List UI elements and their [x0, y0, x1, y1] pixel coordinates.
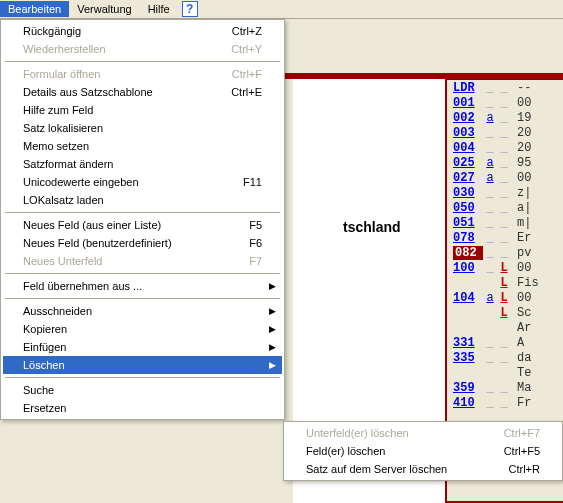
menu-item-shortcut: Ctrl+F: [232, 68, 262, 80]
menu-item[interactable]: Löschen▶: [3, 356, 282, 374]
field-value: Ma: [517, 381, 531, 395]
menu-item-label: Unicodewerte eingeben: [23, 176, 223, 188]
field-indicator-2: L: [497, 306, 511, 320]
menu-item-shortcut: F7: [249, 255, 262, 267]
help-icon[interactable]: ?: [182, 1, 198, 17]
menubar-item-verwaltung[interactable]: Verwaltung: [69, 1, 139, 17]
menu-item[interactable]: Ersetzen: [3, 399, 282, 417]
field-tag: 051: [453, 216, 483, 230]
menu-item[interactable]: Einfügen▶: [3, 338, 282, 356]
menu-item[interactable]: Unicodewerte eingebenF11: [3, 173, 282, 191]
menu-item-shortcut: F6: [249, 237, 262, 249]
menu-item-shortcut: F11: [243, 176, 262, 188]
field-row[interactable]: 082__pv: [447, 245, 563, 260]
field-tag: 003: [453, 126, 483, 140]
menu-item[interactable]: Neues Feld (benutzerdefiniert)F6: [3, 234, 282, 252]
field-row[interactable]: 359__Ma: [447, 380, 563, 395]
field-row[interactable]: Te: [447, 365, 563, 380]
field-indicator-2: _: [497, 201, 511, 215]
field-indicator-2: _: [497, 336, 511, 350]
submenu-arrow-icon: ▶: [269, 324, 276, 334]
field-row[interactable]: 025a_95: [447, 155, 563, 170]
menu-item-label: Ausschneiden: [23, 305, 262, 317]
menu-item-label: Memo setzen: [23, 140, 262, 152]
field-indicator-1: a: [483, 156, 497, 170]
menu-item[interactable]: Satzformat ändern: [3, 155, 282, 173]
field-row[interactable]: 100_L00: [447, 260, 563, 275]
field-indicator-2: _: [497, 111, 511, 125]
field-tag: 100: [453, 261, 483, 275]
field-value: z|: [517, 186, 531, 200]
field-tag: 030: [453, 186, 483, 200]
field-row[interactable]: 001__00: [447, 95, 563, 110]
menu-item-label: Formular öffnen: [23, 68, 212, 80]
field-row[interactable]: LSc: [447, 305, 563, 320]
menu-item: WiederherstellenCtrl+Y: [3, 40, 282, 58]
field-row[interactable]: 331__A: [447, 335, 563, 350]
field-value: 20: [517, 141, 531, 155]
field-row[interactable]: LDR__--: [447, 80, 563, 95]
field-row[interactable]: 030__z|: [447, 185, 563, 200]
menu-item[interactable]: Feld übernehmen aus ...▶: [3, 277, 282, 295]
menu-item-label: Satz lokalisieren: [23, 122, 262, 134]
field-row[interactable]: 027a_00: [447, 170, 563, 185]
field-row[interactable]: 104aL00: [447, 290, 563, 305]
field-row[interactable]: 002a_19: [447, 110, 563, 125]
field-tag: 002: [453, 111, 483, 125]
menu-item[interactable]: Satz lokalisieren: [3, 119, 282, 137]
field-indicator-2: _: [497, 231, 511, 245]
field-value: a|: [517, 201, 531, 215]
field-indicator-2: _: [497, 156, 511, 170]
menu-item-label: Ersetzen: [23, 402, 262, 414]
field-indicator-1: _: [483, 216, 497, 230]
submenu-item[interactable]: Feld(er) löschenCtrl+F5: [286, 442, 560, 460]
field-tag: 331: [453, 336, 483, 350]
field-tag: 082: [453, 246, 483, 260]
submenu-arrow-icon: ▶: [269, 281, 276, 291]
menu-item-label: Hilfe zum Feld: [23, 104, 262, 116]
menu-item-label: Löschen: [23, 359, 262, 371]
menu-separator: [5, 298, 280, 299]
menu-item-label: Details aus Satzschablone: [23, 86, 211, 98]
field-indicator-2: _: [497, 81, 511, 95]
field-tag: 104: [453, 291, 483, 305]
menu-item-label: Satzformat ändern: [23, 158, 262, 170]
menu-item[interactable]: RückgängigCtrl+Z: [3, 22, 282, 40]
menu-item[interactable]: Ausschneiden▶: [3, 302, 282, 320]
field-row[interactable]: 051__m|: [447, 215, 563, 230]
menu-item[interactable]: Kopieren▶: [3, 320, 282, 338]
field-value: Te: [517, 366, 531, 380]
field-row[interactable]: Ar: [447, 320, 563, 335]
field-value: A: [517, 336, 524, 350]
field-row[interactable]: 004__20: [447, 140, 563, 155]
submenu-item[interactable]: Satz auf dem Server löschenCtrl+R: [286, 460, 560, 478]
menu-item[interactable]: LOKalsatz laden: [3, 191, 282, 209]
field-value: 95: [517, 156, 531, 170]
submenu-arrow-icon: ▶: [269, 360, 276, 370]
field-row[interactable]: 410__Fr: [447, 395, 563, 410]
field-row[interactable]: 078__Er: [447, 230, 563, 245]
field-row[interactable]: 050__a|: [447, 200, 563, 215]
menubar-item-hilfe[interactable]: Hilfe: [140, 1, 178, 17]
field-indicator-2: _: [497, 126, 511, 140]
field-tag: 025: [453, 156, 483, 170]
field-indicator-1: _: [483, 246, 497, 260]
content-text: tschland: [343, 219, 401, 235]
menu-item[interactable]: Memo setzen: [3, 137, 282, 155]
field-row[interactable]: 003__20: [447, 125, 563, 140]
field-row[interactable]: 335__da: [447, 350, 563, 365]
field-row[interactable]: LFis: [447, 275, 563, 290]
menu-item-shortcut: Ctrl+E: [231, 86, 262, 98]
menu-item[interactable]: Neues Feld (aus einer Liste)F5: [3, 216, 282, 234]
menubar-item-bearbeiten[interactable]: Bearbeiten: [0, 1, 69, 17]
field-value: m|: [517, 216, 531, 230]
field-indicator-2: _: [497, 141, 511, 155]
submenu-arrow-icon: ▶: [269, 342, 276, 352]
field-value: 00: [517, 261, 531, 275]
menu-item[interactable]: Details aus SatzschabloneCtrl+E: [3, 83, 282, 101]
menu-item[interactable]: Suche: [3, 381, 282, 399]
field-indicator-1: _: [483, 381, 497, 395]
field-indicator-1: _: [483, 351, 497, 365]
field-indicator-2: L: [497, 291, 511, 305]
menu-item[interactable]: Hilfe zum Feld: [3, 101, 282, 119]
